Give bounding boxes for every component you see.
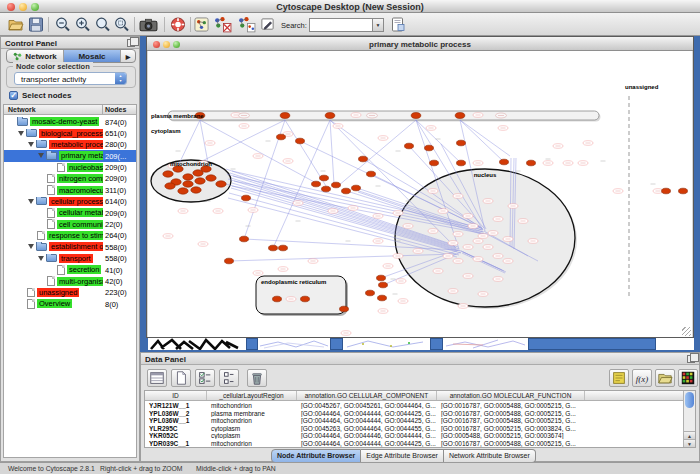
background-window-fragment[interactable] <box>443 338 528 350</box>
tree-item-label[interactable]: primary metabol <box>59 151 103 160</box>
tree-item-label[interactable]: nitrogen compo <box>57 174 103 183</box>
zoom-in-icon[interactable] <box>75 16 91 33</box>
background-window-fragment[interactable] <box>246 338 258 350</box>
scroll-down-button[interactable]: ▼ <box>684 439 695 447</box>
tree-item-label[interactable]: biological_process <box>39 129 103 138</box>
tree-item-label[interactable]: response to stimul <box>47 231 103 240</box>
tree-row[interactable]: biological_process651(0) <box>4 127 136 138</box>
tree-item-label[interactable]: transport <box>59 254 93 263</box>
scroll-up-button[interactable]: ▲ <box>684 431 695 439</box>
table-row[interactable]: YJR121W__1mitochondrion[GO:0045267, GO:0… <box>145 402 683 410</box>
expand-triangle-icon[interactable] <box>28 142 34 147</box>
attribute-checklist-icon[interactable] <box>195 369 215 387</box>
table-row[interactable]: YPL036W__1mitochondrion[GO:0044464, GO:0… <box>145 417 683 425</box>
save-icon[interactable] <box>28 16 44 33</box>
tab-overflow-button[interactable]: ▶ <box>121 50 135 62</box>
help-icon[interactable] <box>170 16 186 33</box>
table-column-header[interactable]: annotation.GO MOLECULAR_FUNCTION <box>437 391 585 400</box>
advanced-search-icon[interactable] <box>390 16 406 33</box>
tree-item-label[interactable]: cell communicat <box>57 220 103 229</box>
destroy-view-icon[interactable] <box>213 16 232 33</box>
tree-row[interactable]: mosaic-demo-yeast874(0) <box>4 116 136 127</box>
create-attribute-icon[interactable] <box>171 369 191 387</box>
tree-item-label[interactable]: establishment of lo <box>49 242 103 251</box>
tree-row[interactable]: nitrogen compo209(0) <box>4 173 136 184</box>
tree-row[interactable]: response to stimul264(0) <box>4 230 136 241</box>
tree-row[interactable]: multi-organism pro42(0) <box>4 275 136 286</box>
table-scrollbar[interactable]: ▲ ▼ <box>683 391 695 447</box>
tree-row[interactable]: establishment of lo558(0) <box>4 241 136 252</box>
background-window-fragment[interactable] <box>330 338 343 350</box>
tree-item-label[interactable]: Overview <box>37 299 72 308</box>
network-canvas[interactable]: plasma membranecytoplasmmitochondrionnuc… <box>148 51 692 337</box>
tree-row[interactable]: nucleobase-209(0) <box>4 162 136 173</box>
tab-network[interactable]: Network <box>7 50 64 62</box>
tree-row[interactable]: Overview8(0) <box>4 298 136 309</box>
background-window-fragment[interactable] <box>528 338 656 350</box>
expand-triangle-icon[interactable] <box>18 131 24 136</box>
browser-tab[interactable]: Node Attribute Browser <box>271 449 361 463</box>
tree-item-label[interactable]: cellular metabo <box>57 208 103 217</box>
tree-item-label[interactable]: cellular process <box>49 197 103 206</box>
tree-row[interactable]: cell communicat22(0) <box>4 219 136 230</box>
network-window-titlebar[interactable]: primary metabolic process <box>147 37 693 51</box>
tree-column-nodes[interactable]: Nodes <box>105 106 126 113</box>
matrix-icon[interactable] <box>678 369 698 387</box>
tree-row[interactable]: cellular process614(0) <box>4 196 136 207</box>
table-column-header[interactable]: annotation.GO CELLULAR_COMPONENT <box>297 391 437 400</box>
delete-attribute-icon[interactable] <box>247 369 267 387</box>
search-input[interactable] <box>309 18 373 32</box>
resize-grip[interactable] <box>682 327 691 336</box>
expand-triangle-icon[interactable] <box>38 256 44 261</box>
background-window-fragment[interactable] <box>656 338 694 350</box>
tab-mosaic[interactable]: Mosaic <box>64 50 121 62</box>
open-file-icon[interactable] <box>8 16 24 33</box>
tree-item-label[interactable]: nucleobase- <box>67 163 103 172</box>
tree-item-label[interactable]: macromolecule <box>57 186 103 195</box>
tree-row[interactable]: secretion41(0) <box>4 264 136 275</box>
tree-row[interactable]: macromolecule311(0) <box>4 184 136 195</box>
zoom-out-icon[interactable] <box>55 16 71 33</box>
table-row[interactable]: YKR052Ccytoplasm[GO:0044464, GO:0044446,… <box>145 432 683 440</box>
search-dropdown-button[interactable]: ▼ <box>373 18 384 32</box>
select-nodes-checkbox[interactable]: ✓ <box>9 91 18 100</box>
function-builder-icon[interactable]: f(x) <box>632 369 652 387</box>
expand-triangle-icon[interactable] <box>28 199 34 204</box>
browser-tab[interactable]: Edge Attribute Browser <box>361 449 444 463</box>
expand-triangle-icon[interactable] <box>38 153 44 158</box>
background-window-fragment[interactable] <box>343 338 430 350</box>
table-column-header[interactable]: ID <box>145 391 207 400</box>
background-window-fragment[interactable] <box>430 338 443 350</box>
table-column-header[interactable]: _cellularLayoutRegion <box>207 391 297 400</box>
tree-row[interactable]: unassigned223(0) <box>4 287 136 298</box>
tree-item-label[interactable]: mosaic-demo-yeast <box>30 117 99 126</box>
attribute-list-icon[interactable] <box>219 369 239 387</box>
tree-row[interactable]: transport558(0) <box>4 253 136 264</box>
notes-icon[interactable] <box>609 369 629 387</box>
node-color-dropdown[interactable]: transporter activity ▲▼ <box>14 72 127 85</box>
tree-item-label[interactable]: secretion <box>67 265 101 274</box>
network-view-icon[interactable] <box>194 16 209 33</box>
snapshot-icon[interactable] <box>139 16 158 33</box>
annotation-icon[interactable] <box>260 16 275 33</box>
zoom-fit-icon[interactable] <box>95 16 111 33</box>
zoom-selected-icon[interactable] <box>114 16 130 33</box>
background-window-fragment[interactable] <box>258 338 330 350</box>
tree-row[interactable]: metabolic process280(0) <box>4 139 136 150</box>
expand-triangle-icon[interactable] <box>28 244 34 249</box>
select-attributes-icon[interactable] <box>147 369 167 387</box>
tree-column-network[interactable]: Network <box>8 106 36 113</box>
scrollbar-thumb[interactable] <box>685 392 694 408</box>
import-attributes-icon[interactable] <box>655 369 675 387</box>
tree-item-label[interactable]: unassigned <box>37 288 79 297</box>
background-window-fragment[interactable] <box>148 338 246 350</box>
tree-item-label[interactable]: metabolic process <box>49 140 103 149</box>
table-row[interactable]: YDR039C__1mitochondrion[GO:0044464, GO:0… <box>145 440 683 448</box>
tree-row[interactable]: cellular metabo209(0) <box>4 207 136 218</box>
tree-row[interactable]: primary metabol209(... <box>4 150 136 161</box>
create-view-icon[interactable] <box>237 16 256 33</box>
data-panel-float-icon[interactable] <box>687 355 695 363</box>
table-row[interactable]: YPL036W__2plasma membrane[GO:0044464, GO… <box>145 410 683 418</box>
table-row[interactable]: YLR295Ccytoplasm[GO:0045263, GO:0044464,… <box>145 425 683 433</box>
tree-item-label[interactable]: multi-organism pro <box>57 277 103 286</box>
